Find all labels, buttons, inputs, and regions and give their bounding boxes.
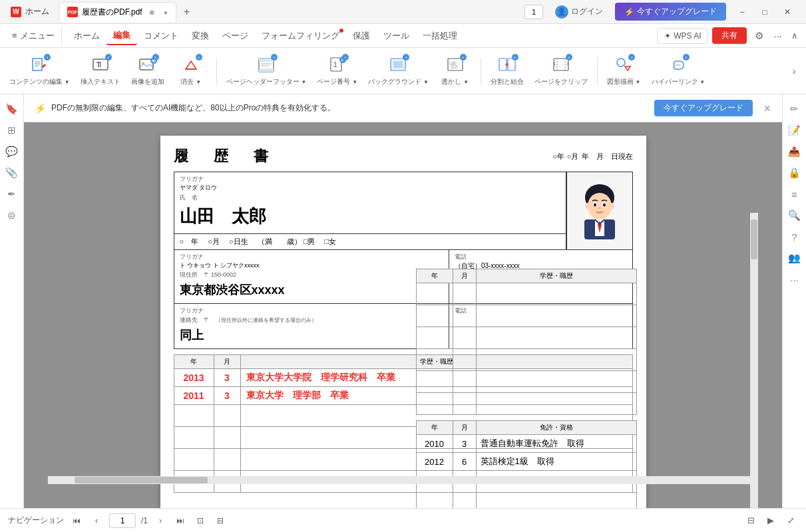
share-button[interactable]: 共有: [712, 27, 747, 44]
fullscreen-icon[interactable]: ⤢: [783, 513, 798, 528]
maximize-button[interactable]: □: [754, 5, 775, 19]
badge: +: [271, 54, 278, 61]
minimize-button[interactable]: −: [731, 5, 753, 19]
tool-insert-text[interactable]: T + 挿入テキスト: [77, 51, 124, 91]
tool-erase[interactable]: + 消去 ▼: [171, 51, 211, 91]
page-num-button[interactable]: 1: [524, 5, 543, 19]
clip-icon: +: [552, 56, 570, 74]
fit-page-button[interactable]: ⊡: [193, 513, 208, 528]
svg-point-39: [598, 207, 601, 209]
title-bar-right: 1 👤 ログイン ⚡ 今すぐアップグレード − □ ✕: [524, 3, 803, 21]
menu-edit[interactable]: 編集: [106, 27, 137, 45]
tool-hyperlink[interactable]: + ハイパーリンク ▼: [648, 51, 709, 91]
next-page-button[interactable]: ›: [153, 513, 168, 528]
menu-form[interactable]: フォームフィリング: [255, 27, 346, 45]
badge: +: [460, 54, 467, 61]
menu-home[interactable]: ホーム: [67, 27, 106, 45]
tool-add-image[interactable]: + 画像を追加: [127, 51, 168, 91]
sidebar-comment-icon[interactable]: 💬: [3, 142, 21, 161]
tab-close-button[interactable]: ⊗: [146, 7, 157, 17]
page-num-icon: 1 # +: [328, 56, 347, 74]
photo-box: [566, 172, 633, 250]
expand-icon[interactable]: ∧: [789, 28, 801, 43]
banner-upgrade-button[interactable]: 今すぐアップグレード: [654, 100, 753, 116]
prev-page-button[interactable]: ‹: [89, 513, 104, 528]
settings-icon[interactable]: ⚙: [751, 28, 767, 44]
banner-close-button[interactable]: ✕: [763, 103, 771, 114]
right-more-icon[interactable]: ···: [785, 270, 804, 289]
resume-left: フリガナ ヤマダ タロウ 氏 名 山田 太郎 ○ 年 ○月: [174, 172, 566, 250]
tool-shapes[interactable]: + 図形描画 ▼: [603, 51, 645, 91]
svg-rect-23: [393, 61, 403, 68]
sidebar-layers-icon[interactable]: ⊜: [3, 206, 21, 225]
menu-protect[interactable]: 保護: [346, 27, 377, 45]
page-input[interactable]: [109, 513, 136, 528]
h-scroll-thumb[interactable]: [75, 477, 208, 483]
first-page-button[interactable]: ⏮: [69, 513, 84, 528]
badge: +: [403, 54, 409, 61]
gender-m: □男: [303, 237, 315, 245]
upgrade-banner: ⚡ PDFの無制限の編集、すべてのAI機能など、80以上のProの特典を有効化す…: [24, 94, 782, 122]
pdf-viewer[interactable]: 履 歴 書 ○年 ○月 年 月 日現在 フリガナ: [24, 122, 782, 508]
right-arrange-icon[interactable]: ≡: [785, 185, 804, 203]
tool-clip[interactable]: + ページをクリップ: [530, 51, 592, 91]
contact-value: 同上: [180, 325, 443, 346]
toolbar: + コンテンツの編集 ▼ T + 挿入テキスト + 画像を追加: [0, 48, 806, 94]
tool-insert-text-label: 挿入テキスト: [81, 77, 120, 86]
menu-page[interactable]: ページ: [216, 27, 255, 45]
tool-content-edit-label: コンテンツの編集 ▼: [9, 77, 70, 86]
more-options-icon[interactable]: ···: [771, 27, 785, 44]
toolbar-expand-button[interactable]: ›: [787, 65, 801, 78]
tool-page-num[interactable]: 1 # + ページ番号 ▼: [313, 51, 361, 91]
close-button[interactable]: ✕: [777, 5, 798, 19]
tool-header-footer[interactable]: + ページヘッダーフッター ▼: [222, 51, 311, 91]
svg-point-40: [585, 203, 590, 209]
h-scrollbar[interactable]: [48, 476, 750, 484]
tool-content-edit[interactable]: + コンテンツの編集 ▼: [5, 51, 74, 91]
tab-dot: ●: [164, 9, 168, 16]
tool-erase-label: 消去 ▼: [180, 77, 201, 86]
menu-batch[interactable]: 一括処理: [416, 27, 464, 45]
right-search-icon[interactable]: 🔍: [785, 206, 804, 225]
scroll-thumb[interactable]: [751, 219, 757, 259]
add-tab-button[interactable]: +: [178, 3, 196, 21]
right-share2-icon[interactable]: 👥: [785, 249, 804, 267]
scrollbar[interactable]: [750, 213, 758, 508]
right-note-icon[interactable]: 📝: [785, 121, 804, 140]
right-edu-table: 年 月 学歴・職歴: [416, 269, 637, 415]
sidebar-sign-icon[interactable]: ✒: [3, 185, 21, 203]
zoom-out-button[interactable]: ⊟: [213, 513, 228, 528]
upgrade-button[interactable]: ⚡ 今すぐアップグレード: [615, 3, 726, 21]
tool-watermark-label: 透かし ▼: [441, 77, 469, 86]
layout-icon[interactable]: ⊟: [743, 513, 758, 528]
last-page-button[interactable]: ⏭: [173, 513, 188, 528]
banner-text: PDFの無制限の編集、すべてのAI機能など、80以上のProの特典を有効化する。: [51, 102, 649, 114]
tool-add-image-label: 画像を追加: [131, 77, 164, 86]
tool-watermark[interactable]: 透 + 透かし ▼: [435, 51, 475, 91]
menu-comment[interactable]: コメント: [137, 27, 185, 45]
tool-background[interactable]: + バックグラウンド ▼: [364, 51, 433, 91]
qual-detail-2: 英語検定1級 取得: [476, 453, 636, 471]
wps-ai-star-icon: ✦: [664, 31, 671, 41]
sidebar-bookmark-icon[interactable]: 🔖: [3, 100, 21, 118]
right-edit-icon[interactable]: ✏: [785, 100, 804, 118]
menu-toggle-label: メニュー: [20, 30, 55, 42]
menu-convert[interactable]: 変換: [185, 27, 216, 45]
pdf-tab[interactable]: PDF 履歴書のPDF.pdf ⊗ ●: [59, 2, 176, 22]
menu-tools[interactable]: ツール: [377, 27, 416, 45]
nav-label: ナビゲーション: [8, 515, 64, 526]
tool-split-merge[interactable]: + 分割と結合: [487, 51, 528, 91]
home-tab[interactable]: W ホーム: [3, 2, 57, 22]
right-protect-icon[interactable]: 🔒: [785, 164, 804, 182]
badge: +: [105, 54, 112, 61]
play-icon[interactable]: ▶: [763, 513, 778, 528]
menu-toggle-button[interactable]: ≡ メニュー: [5, 27, 62, 45]
login-button[interactable]: 👤 ログイン: [548, 3, 610, 21]
qual-year-2: 2012: [416, 453, 453, 471]
sidebar-clip-icon[interactable]: 📎: [3, 164, 21, 182]
right-help-icon[interactable]: ?: [785, 227, 804, 246]
right-export-icon[interactable]: 📤: [785, 142, 804, 161]
left-sidebar: 🔖 ⊞ 💬 📎 ✒ ⊜: [0, 94, 24, 508]
sidebar-thumbnail-icon[interactable]: ⊞: [3, 121, 21, 140]
wps-ai-button[interactable]: ✦ WPS AI: [657, 28, 708, 44]
